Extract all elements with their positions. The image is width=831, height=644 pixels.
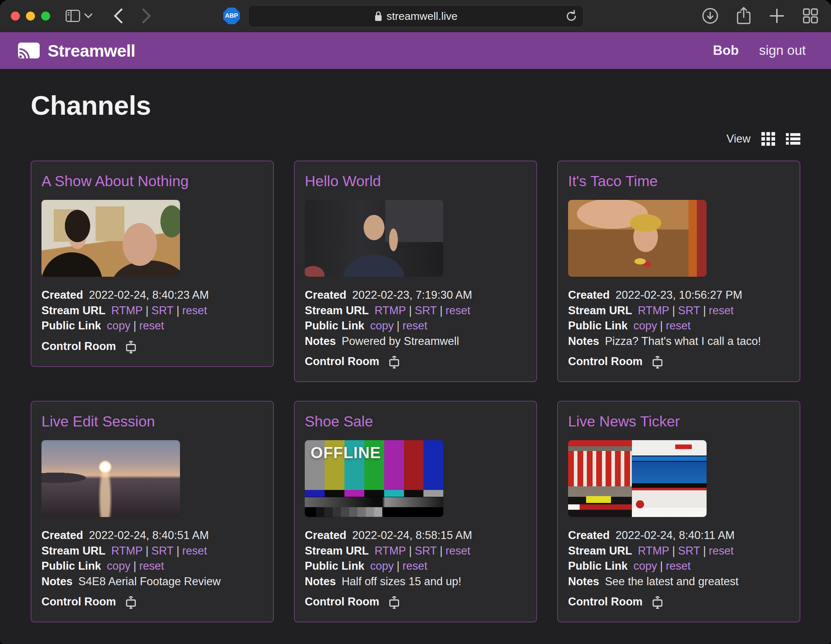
tab-overview-icon[interactable] (802, 8, 819, 24)
public-link-copy-link[interactable]: copy (107, 560, 130, 572)
control-room-label: Control Room (568, 595, 643, 608)
created-row: Created2022-02-24, 8:40:11 AM (568, 528, 790, 544)
srt-link[interactable]: SRT (415, 304, 437, 317)
created-value: 2022-02-24, 8:40:11 AM (615, 529, 734, 542)
zoom-window-button[interactable] (41, 11, 50, 21)
public-link-reset-link[interactable]: reset (403, 319, 427, 332)
stream-url-reset-link[interactable]: reset (709, 304, 734, 317)
control-room-monitor-icon[interactable] (387, 354, 402, 369)
control-room-row: Control Room (568, 354, 790, 369)
public-link-copy-link[interactable]: copy (634, 560, 657, 572)
created-row: Created2022-02-24, 8:40:23 AM (41, 287, 263, 303)
reload-icon[interactable] (565, 10, 578, 23)
notes-row: NotesHalf off sizes 15 and up! (305, 574, 526, 590)
sidebar-chevron-down-icon[interactable] (84, 13, 93, 19)
public-link-reset-link[interactable]: reset (666, 319, 691, 332)
srt-link[interactable]: SRT (678, 544, 700, 557)
public-link-copy-link[interactable]: copy (634, 319, 657, 332)
public-link-reset-link[interactable]: reset (139, 560, 164, 572)
control-room-monitor-icon[interactable] (650, 354, 665, 369)
created-row: Created2022-02-24, 8:58:15 AM (305, 528, 526, 544)
rtmp-link[interactable]: RTMP (374, 304, 406, 317)
channel-thumbnail[interactable] (41, 440, 180, 517)
channel-card: Live News Ticker Created2022-02-24, 8:40… (557, 401, 800, 622)
sign-out-link[interactable]: sign out (759, 43, 806, 58)
share-icon[interactable] (736, 6, 751, 25)
notes-value: Powered by Streamwell (342, 335, 459, 348)
public-link-label: Public Link (568, 560, 627, 572)
srt-link[interactable]: SRT (151, 544, 174, 557)
channel-thumbnail[interactable] (305, 200, 443, 277)
new-tab-icon[interactable] (769, 8, 785, 24)
control-room-monitor-icon[interactable] (650, 594, 665, 609)
adblock-badge[interactable]: ABP (223, 8, 240, 24)
stream-url-label: Stream URL (568, 544, 632, 557)
channel-title[interactable]: It's Taco Time (568, 173, 790, 190)
srt-link[interactable]: SRT (415, 544, 437, 557)
minimize-window-button[interactable] (26, 11, 35, 21)
public-link-copy-link[interactable]: copy (107, 319, 130, 332)
channel-title[interactable]: Shoe Sale (305, 413, 526, 430)
public-link-copy-link[interactable]: copy (370, 319, 393, 332)
public-link-copy-link[interactable]: copy (370, 560, 393, 572)
downloads-icon[interactable] (702, 8, 718, 24)
rtmp-link[interactable]: RTMP (638, 304, 669, 317)
user-name[interactable]: Bob (713, 43, 739, 58)
notes-label: Notes (305, 335, 336, 348)
stream-url-row: Stream URLRTMP|SRT|reset (41, 544, 263, 559)
stream-url-reset-link[interactable]: reset (709, 544, 734, 557)
back-button[interactable] (114, 8, 123, 24)
created-value: 2022-02-23, 7:19:30 AM (352, 289, 472, 301)
control-room-row: Control Room (305, 594, 526, 609)
rtmp-link[interactable]: RTMP (111, 304, 142, 317)
public-link-label: Public Link (305, 560, 364, 572)
sidebar-toggle-button[interactable] (65, 10, 80, 22)
channel-title[interactable]: Hello World (305, 173, 526, 190)
grid-view-icon[interactable] (761, 132, 775, 146)
channel-title[interactable]: Live Edit Session (41, 413, 263, 430)
created-value: 2022-02-24, 8:40:51 AM (89, 529, 209, 542)
stream-url-row: Stream URLRTMP|SRT|reset (305, 544, 526, 559)
stream-url-reset-link[interactable]: reset (446, 544, 470, 557)
control-room-label: Control Room (41, 595, 116, 608)
list-view-icon[interactable] (786, 132, 800, 145)
public-link-reset-link[interactable]: reset (403, 560, 427, 572)
control-room-label: Control Room (568, 355, 643, 368)
created-value: 2022-02-23, 10:56:27 PM (615, 289, 742, 301)
srt-link[interactable]: SRT (151, 304, 174, 317)
stream-url-reset-link[interactable]: reset (182, 544, 207, 557)
channel-thumbnail[interactable] (568, 200, 707, 277)
public-link-label: Public Link (41, 560, 101, 572)
control-room-monitor-icon[interactable] (123, 594, 138, 609)
srt-link[interactable]: SRT (678, 304, 700, 317)
stream-url-reset-link[interactable]: reset (182, 304, 207, 317)
channel-thumbnail[interactable] (41, 200, 180, 277)
control-room-monitor-icon[interactable] (123, 339, 138, 354)
channel-thumbnail[interactable]: OFFLINE (305, 440, 443, 517)
address-bar[interactable]: streamwell.live (248, 5, 584, 27)
notes-value: Half off sizes 15 and up! (342, 575, 461, 588)
rtmp-link[interactable]: RTMP (111, 544, 142, 557)
created-row: Created2022-02-24, 8:40:51 AM (41, 528, 263, 544)
control-room-row: Control Room (568, 594, 790, 609)
channel-thumbnail[interactable] (568, 440, 707, 517)
stream-url-reset-link[interactable]: reset (446, 304, 470, 317)
brand-logo[interactable]: Streamwell (18, 41, 135, 61)
control-room-monitor-icon[interactable] (387, 594, 402, 609)
browser-toolbar: ABP streamwell.live (0, 0, 831, 32)
stream-url-label: Stream URL (41, 304, 105, 317)
public-link-reset-link[interactable]: reset (139, 319, 164, 332)
created-label: Created (568, 289, 610, 301)
public-link-reset-link[interactable]: reset (666, 560, 691, 572)
rtmp-link[interactable]: RTMP (638, 544, 669, 557)
notes-row: NotesPowered by Streamwell (305, 334, 526, 349)
public-link-row: Public Linkcopy|reset (568, 318, 790, 334)
stream-url-row: Stream URLRTMP|SRT|reset (568, 303, 790, 319)
forward-button[interactable] (142, 8, 151, 24)
rtmp-link[interactable]: RTMP (374, 544, 406, 557)
channel-title[interactable]: A Show About Nothing (41, 173, 263, 190)
channel-card: Hello World Created2022-02-23, 7:19:30 A… (294, 161, 537, 382)
close-window-button[interactable] (11, 11, 20, 21)
site-header: Streamwell Bob sign out (0, 32, 831, 69)
channel-title[interactable]: Live News Ticker (568, 413, 790, 430)
